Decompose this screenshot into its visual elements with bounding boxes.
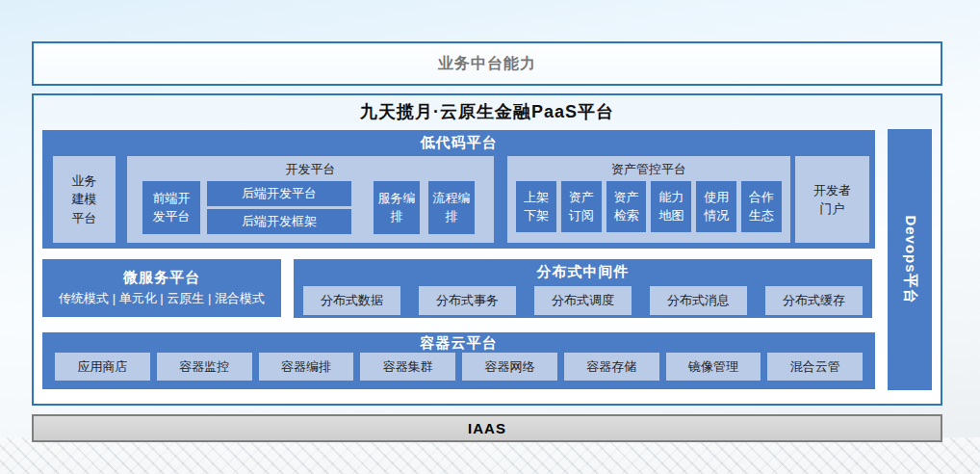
distributed-middleware-title: 分布式中间件 xyxy=(294,263,872,281)
distributed-middleware-band: 分布式中间件 分布式数据 分布式事务 分布式调度 分布式消息 分布式缓存 xyxy=(294,259,872,318)
business-midplatform-label: 业务中台能力 xyxy=(438,54,536,74)
middleware-item-transaction: 分布式事务 xyxy=(419,286,516,315)
asset-item-subscription: 资产订阅 xyxy=(561,181,602,232)
dev-platform-title: 开发平台 xyxy=(127,161,494,178)
middleware-item-messaging: 分布式消息 xyxy=(650,286,747,315)
container-item-app-store: 应用商店 xyxy=(55,353,150,381)
business-midplatform-banner: 业务中台能力 xyxy=(32,41,942,86)
iaas-bar: IAAS xyxy=(32,414,942,442)
container-cloud-items: 应用商店 容器监控 容器编排 容器集群 容器网络 容器存储 镜像管理 混合云管 xyxy=(42,353,875,381)
container-cloud-band: 容器云平台 应用商店 容器监控 容器编排 容器集群 容器网络 容器存储 镜像管理… xyxy=(42,332,875,389)
platform-title: 九天揽月·云原生金融PaaS平台 xyxy=(34,100,941,123)
distributed-middleware-items: 分布式数据 分布式事务 分布式调度 分布式消息 分布式缓存 xyxy=(294,286,872,315)
container-item-storage: 容器存储 xyxy=(564,353,659,381)
microservice-platform-box: 微服务平台 传统模式 | 单元化 | 云原生 | 混合模式 xyxy=(42,259,281,317)
devops-platform-bar: Devops平台 xyxy=(888,129,932,390)
backend-dev-framework-box: 后端开发框架 xyxy=(207,209,351,234)
container-item-cluster: 容器集群 xyxy=(360,353,455,381)
middleware-item-data: 分布式数据 xyxy=(303,286,400,315)
backend-dev-platform-box: 后端开发平台 xyxy=(207,181,351,206)
container-item-monitoring: 容器监控 xyxy=(157,353,252,381)
asset-item-search: 资产检索 xyxy=(606,181,647,232)
frontend-dev-platform-box: 前端开发平台 xyxy=(142,181,200,234)
container-item-image-mgmt: 镜像管理 xyxy=(666,353,761,381)
middleware-item-cache: 分布式缓存 xyxy=(765,286,863,315)
lowcode-platform-band: 低代码平台 业务建模平台 开发平台 前端开发平台 后端开发平台 后端开发框架 服… xyxy=(42,130,875,249)
microservice-platform-title: 微服务平台 xyxy=(123,269,200,287)
asset-governance-items: 上架下架 资产订阅 资产检索 能力地图 使用情况 合作生态 xyxy=(507,181,790,232)
asset-governance-title: 资产管控平台 xyxy=(507,161,790,178)
business-modeling-platform-box: 业务建模平台 xyxy=(53,156,116,243)
paas-platform-panel: 九天揽月·云原生金融PaaS平台 低代码平台 业务建模平台 开发平台 前端开发平… xyxy=(32,93,942,406)
microservice-platform-modes: 传统模式 | 单元化 | 云原生 | 混合模式 xyxy=(59,290,265,307)
container-item-network: 容器网络 xyxy=(462,353,557,381)
container-item-orchestration: 容器编排 xyxy=(259,353,354,381)
asset-item-ecosystem: 合作生态 xyxy=(741,181,782,232)
lowcode-platform-title: 低代码平台 xyxy=(42,134,875,152)
service-orchestration-box: 服务编排 xyxy=(374,181,420,234)
devops-platform-label: Devops平台 xyxy=(901,215,919,303)
asset-item-capability-map: 能力地图 xyxy=(651,181,691,232)
container-cloud-title: 容器云平台 xyxy=(42,334,875,353)
asset-governance-panel: 资产管控平台 上架下架 资产订阅 资产检索 能力地图 使用情况 合作生态 xyxy=(507,156,790,243)
dev-platform-panel: 开发平台 前端开发平台 后端开发平台 后端开发框架 服务编排 流程编排 xyxy=(127,156,494,243)
background-texture xyxy=(0,437,980,474)
backend-stack: 后端开发平台 后端开发框架 xyxy=(207,181,351,234)
container-item-hybrid-cloud: 混合云管 xyxy=(767,353,863,381)
process-orchestration-box: 流程编排 xyxy=(428,181,475,234)
iaas-label: IAAS xyxy=(468,420,506,436)
asset-item-onboard-offboard: 上架下架 xyxy=(516,181,556,232)
middleware-item-scheduling: 分布式调度 xyxy=(534,286,632,315)
asset-item-usage: 使用情况 xyxy=(696,181,736,232)
architecture-diagram-canvas: 业务中台能力 九天揽月·云原生金融PaaS平台 低代码平台 业务建模平台 开发平… xyxy=(0,0,980,474)
developer-portal-box: 开发者门户 xyxy=(795,156,869,243)
